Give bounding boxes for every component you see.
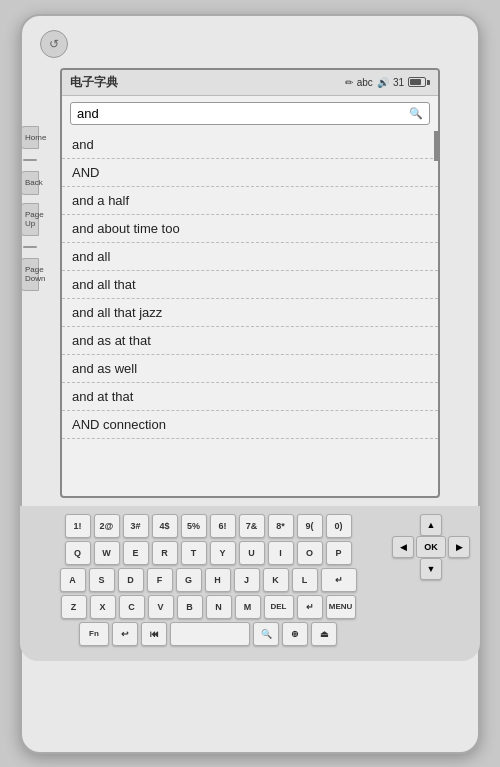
key-y[interactable]: Y (210, 541, 236, 565)
key-space[interactable] (170, 622, 250, 646)
search-box[interactable]: 🔍 (70, 102, 430, 125)
list-item[interactable]: and all (62, 243, 438, 271)
list-item[interactable]: and all that jazz (62, 299, 438, 327)
device: ↺ 电子字典 ✏ abc 🔊 31 (20, 14, 480, 754)
key-fn[interactable]: Fn (79, 622, 109, 646)
key-u[interactable]: U (239, 541, 265, 565)
list-item[interactable]: and about time too (62, 215, 438, 243)
scroll-indicator (434, 131, 438, 161)
dpad-left[interactable]: ◀ (392, 536, 414, 558)
refresh-icon: ↺ (49, 37, 59, 51)
key-x[interactable]: X (90, 595, 116, 619)
key-search[interactable]: 🔍 (253, 622, 279, 646)
volume-icon: 🔊 (377, 77, 389, 88)
key-enter[interactable]: ↵ (321, 568, 357, 592)
search-icon: 🔍 (409, 107, 423, 120)
key-j[interactable]: J (234, 568, 260, 592)
key-1[interactable]: 1! (65, 514, 91, 538)
key-enter2[interactable]: ↵ (297, 595, 323, 619)
key-d[interactable]: D (118, 568, 144, 592)
key-v[interactable]: V (148, 595, 174, 619)
app-title: 电子字典 (70, 74, 118, 91)
key-g[interactable]: G (176, 568, 202, 592)
key-q[interactable]: Q (65, 541, 91, 565)
side-buttons: Home Back PageUp PageDown (21, 126, 39, 292)
list-item[interactable]: and at that (62, 383, 438, 411)
page-down-button[interactable]: PageDown (21, 258, 39, 291)
key-o[interactable]: O (297, 541, 323, 565)
list-wrapper: andANDand a halfand about time tooand al… (62, 131, 438, 496)
key-media-prev[interactable]: ⏮ (141, 622, 167, 646)
dpad-bot-row: ▼ (420, 558, 442, 580)
list-item[interactable]: and as at that (62, 327, 438, 355)
key-8[interactable]: 8* (268, 514, 294, 538)
key-row-1: 1! 2@ 3# 4$ 5% 6! 7& 8* 9( 0) (30, 514, 386, 538)
list-item[interactable]: AND (62, 159, 438, 187)
dpad-up[interactable]: ▲ (420, 514, 442, 536)
key-m[interactable]: M (235, 595, 261, 619)
list-container: andANDand a halfand about time tooand al… (62, 131, 438, 439)
key-4[interactable]: 4$ (152, 514, 178, 538)
dpad-down[interactable]: ▼ (420, 558, 442, 580)
key-t[interactable]: T (181, 541, 207, 565)
status-bar: 电子字典 ✏ abc 🔊 31 (62, 70, 438, 96)
key-7[interactable]: 7& (239, 514, 265, 538)
battery-icon (408, 77, 430, 87)
divider-2 (23, 246, 37, 248)
key-row-3: A S D F G H J K L ↵ (30, 568, 386, 592)
status-right: ✏ abc 🔊 31 (345, 77, 430, 88)
key-p[interactable]: P (326, 541, 352, 565)
dpad-right[interactable]: ▶ (448, 536, 470, 558)
kb-keys: 1! 2@ 3# 4$ 5% 6! 7& 8* 9( 0) Q W E R (30, 514, 386, 649)
key-row-4: Z X C V B N M DEL ↵ MENU (30, 595, 386, 619)
list-item[interactable]: and a half (62, 187, 438, 215)
dpad-container: ▲ ◀ OK ▶ ▼ (392, 514, 470, 649)
key-z[interactable]: Z (61, 595, 87, 619)
key-w[interactable]: W (94, 541, 120, 565)
keyboard-area: 1! 2@ 3# 4$ 5% 6! 7& 8* 9( 0) Q W E R (20, 506, 480, 661)
key-row-5: Fn ↩ ⏮ 🔍 ⊕ ⏏ (30, 622, 386, 646)
key-n[interactable]: N (206, 595, 232, 619)
dpad-top-row: ▲ (420, 514, 442, 536)
key-0[interactable]: 0) (326, 514, 352, 538)
key-k[interactable]: K (263, 568, 289, 592)
key-i[interactable]: I (268, 541, 294, 565)
divider-1 (23, 159, 37, 161)
key-l[interactable]: L (292, 568, 318, 592)
top-button[interactable]: ↺ (40, 30, 68, 58)
key-del[interactable]: DEL (264, 595, 294, 619)
abc-label: abc (357, 77, 373, 88)
key-a[interactable]: A (60, 568, 86, 592)
key-9[interactable]: 9( (297, 514, 323, 538)
pencil-icon: ✏ (345, 77, 353, 88)
key-s[interactable]: S (89, 568, 115, 592)
key-h[interactable]: H (205, 568, 231, 592)
key-2[interactable]: 2@ (94, 514, 120, 538)
key-6[interactable]: 6! (210, 514, 236, 538)
back-button[interactable]: Back (21, 171, 39, 195)
page-up-button[interactable]: PageUp (21, 203, 39, 236)
key-5[interactable]: 5% (181, 514, 207, 538)
key-r[interactable]: R (152, 541, 178, 565)
screen: 电子字典 ✏ abc 🔊 31 🔍 (60, 68, 440, 498)
key-menu[interactable]: MENU (326, 595, 356, 619)
list-item[interactable]: and (62, 131, 438, 159)
key-e[interactable]: E (123, 541, 149, 565)
key-b[interactable]: B (177, 595, 203, 619)
key-f[interactable]: F (147, 568, 173, 592)
key-eject[interactable]: ⏏ (311, 622, 337, 646)
search-input[interactable] (77, 106, 409, 121)
key-row-2: Q W E R T Y U I O P (30, 541, 386, 565)
dpad-mid-row: ◀ OK ▶ (392, 536, 470, 558)
dpad-ok[interactable]: OK (416, 536, 446, 558)
key-3[interactable]: 3# (123, 514, 149, 538)
list-item[interactable]: AND connection (62, 411, 438, 439)
list-item[interactable]: and all that (62, 271, 438, 299)
list-item[interactable]: and as well (62, 355, 438, 383)
key-back-arrow[interactable]: ↩ (112, 622, 138, 646)
key-c[interactable]: C (119, 595, 145, 619)
home-button[interactable]: Home (21, 126, 39, 150)
volume-number: 31 (393, 77, 404, 88)
kb-main: 1! 2@ 3# 4$ 5% 6! 7& 8* 9( 0) Q W E R (30, 514, 470, 649)
key-plus-circle[interactable]: ⊕ (282, 622, 308, 646)
